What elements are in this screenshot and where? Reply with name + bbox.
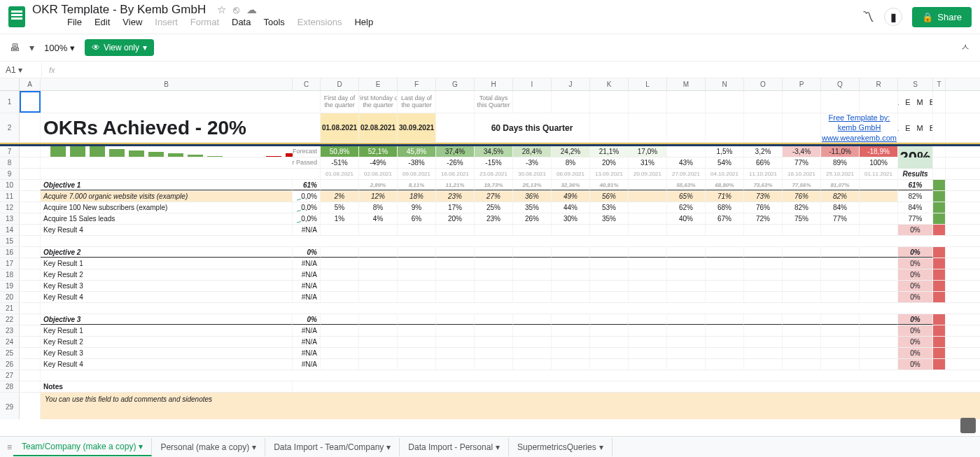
key-result-name[interactable]: Key Result 4 xyxy=(41,292,293,302)
cell[interactable] xyxy=(783,314,821,325)
kr-value[interactable]: 84% xyxy=(821,202,860,213)
cell[interactable] xyxy=(398,348,436,358)
cell[interactable] xyxy=(513,348,552,358)
cell[interactable] xyxy=(590,269,629,280)
cell[interactable] xyxy=(398,247,436,258)
row-header[interactable]: 2 xyxy=(0,113,20,142)
passed-cell[interactable]: -49% xyxy=(359,157,398,168)
cell[interactable] xyxy=(398,292,436,302)
cell[interactable] xyxy=(821,359,860,370)
cell[interactable] xyxy=(706,348,744,358)
kr-result[interactable]: 0% xyxy=(898,348,933,358)
cell[interactable] xyxy=(359,337,398,347)
cell[interactable] xyxy=(359,359,398,370)
cell[interactable] xyxy=(513,359,552,370)
passed-cell[interactable]: -15% xyxy=(475,157,513,168)
row-header[interactable]: 18 xyxy=(0,269,20,280)
cell[interactable] xyxy=(293,91,321,113)
cell[interactable] xyxy=(590,348,629,358)
cell[interactable] xyxy=(20,202,41,213)
row-header[interactable]: 10 xyxy=(0,180,20,190)
objective-pct[interactable]: 0% xyxy=(293,314,321,325)
print-icon[interactable]: 🖶 xyxy=(10,42,20,53)
move-icon[interactable]: ⎋ xyxy=(233,3,239,16)
row-header[interactable]: 20 xyxy=(0,292,20,302)
menu-edit[interactable]: Edit xyxy=(94,17,110,27)
date-f[interactable]: 30.09.2021 xyxy=(398,113,436,142)
results-header[interactable]: Results xyxy=(898,169,933,179)
cell[interactable] xyxy=(475,292,513,302)
cell[interactable] xyxy=(398,325,436,336)
cell[interactable] xyxy=(860,180,898,190)
cell[interactable] xyxy=(20,180,41,190)
cell[interactable] xyxy=(20,113,41,142)
kr-value[interactable]: 5% xyxy=(321,202,359,213)
cell[interactable] xyxy=(475,359,513,370)
cell[interactable] xyxy=(359,292,398,302)
cell[interactable] xyxy=(20,359,41,370)
cell[interactable] xyxy=(744,292,783,302)
col-header-G[interactable]: G xyxy=(436,78,475,90)
cell[interactable] xyxy=(398,281,436,291)
cell[interactable] xyxy=(821,91,860,113)
perf-label[interactable]: Performance vs Forecast xyxy=(293,146,321,157)
cell[interactable] xyxy=(933,180,946,190)
passed-cell[interactable]: 54% xyxy=(706,157,744,168)
kr-result[interactable]: 82% xyxy=(898,191,933,202)
cell[interactable] xyxy=(933,359,946,370)
kr-start[interactable]: #N/A xyxy=(293,225,321,235)
cell[interactable] xyxy=(783,113,821,142)
col-header-A[interactable]: A xyxy=(20,78,41,90)
col-header-H[interactable]: H xyxy=(475,78,513,90)
cell[interactable] xyxy=(860,325,898,336)
cell[interactable] xyxy=(744,91,783,113)
cell[interactable] xyxy=(667,269,706,280)
key-result-name[interactable]: Acquire 100 New subscribers (example) xyxy=(41,202,293,213)
cell[interactable] xyxy=(667,113,706,142)
kr-value[interactable]: 72% xyxy=(744,213,783,224)
cell[interactable] xyxy=(552,269,590,280)
col-header-E[interactable]: E xyxy=(359,78,398,90)
cell[interactable] xyxy=(744,281,783,291)
cell[interactable] xyxy=(821,292,860,302)
cell[interactable] xyxy=(552,337,590,347)
cell[interactable] xyxy=(860,247,898,258)
cell[interactable] xyxy=(436,325,475,336)
cell[interactable]: 19,73% xyxy=(475,180,513,190)
menu-help[interactable]: Help xyxy=(354,17,373,27)
cell[interactable] xyxy=(933,314,946,325)
kr-value[interactable]: 62% xyxy=(667,202,706,213)
cell[interactable] xyxy=(667,258,706,269)
cell[interactable] xyxy=(783,281,821,291)
row-header[interactable]: 22 xyxy=(0,314,20,325)
week-date[interactable]: 27.09.2021 xyxy=(667,169,706,179)
cell[interactable] xyxy=(359,348,398,358)
cell[interactable] xyxy=(821,258,860,269)
cell[interactable] xyxy=(20,247,41,258)
perf-cell[interactable]: -18,9% xyxy=(860,146,898,157)
cell[interactable]: Total days this Quarter xyxy=(475,91,513,113)
kr-value[interactable]: 65% xyxy=(667,191,706,202)
kr-value[interactable]: 77% xyxy=(821,213,860,224)
cell[interactable] xyxy=(513,281,552,291)
row-header[interactable]: 8 xyxy=(0,157,20,168)
explore-button[interactable] xyxy=(960,418,976,419)
kr-start[interactable]: #N/A xyxy=(293,281,321,291)
cell[interactable] xyxy=(744,314,783,325)
cell[interactable] xyxy=(821,325,860,336)
cell[interactable] xyxy=(321,337,359,347)
name-box[interactable]: A1 ▾ xyxy=(0,63,42,77)
perf-cell[interactable]: 21,1% xyxy=(590,146,629,157)
cell[interactable] xyxy=(898,157,933,168)
week-date[interactable]: 02.08.2021 xyxy=(359,169,398,179)
col-header-N[interactable]: N xyxy=(706,78,744,90)
cell[interactable] xyxy=(20,370,41,381)
cell[interactable] xyxy=(744,337,783,347)
cell[interactable] xyxy=(744,225,783,235)
kr-value[interactable]: 49% xyxy=(552,191,590,202)
kr-value[interactable]: 12% xyxy=(359,191,398,202)
cell[interactable] xyxy=(744,269,783,280)
cell[interactable] xyxy=(667,292,706,302)
cell[interactable] xyxy=(20,225,41,235)
kr-result[interactable]: 0% xyxy=(898,269,933,280)
